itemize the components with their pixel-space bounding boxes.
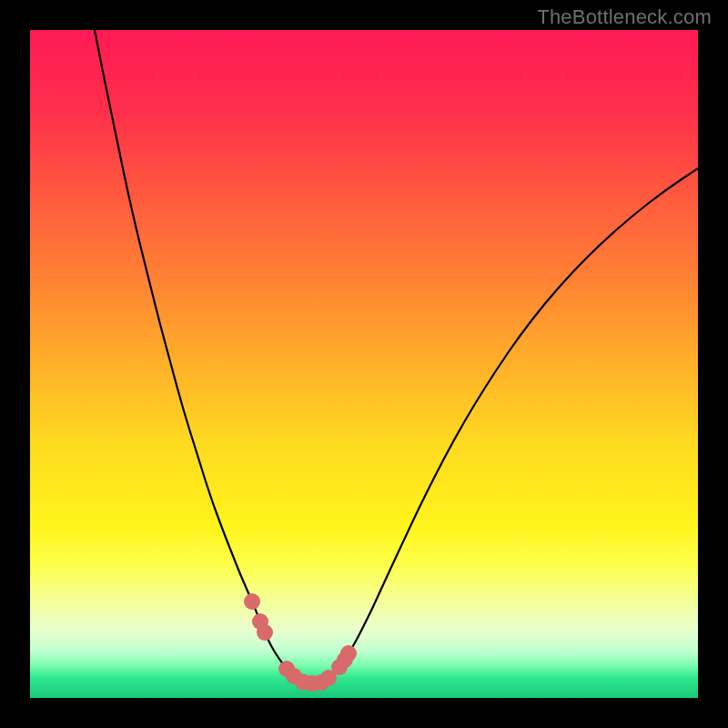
chart-svg xyxy=(30,30,698,698)
chart-background-gradient xyxy=(30,30,698,698)
chart-frame: TheBottleneck.com xyxy=(0,0,728,728)
chart-plot-area xyxy=(30,30,698,698)
watermark-text: TheBottleneck.com xyxy=(537,5,712,29)
data-dot xyxy=(244,593,260,610)
data-dot xyxy=(340,645,357,662)
data-dot xyxy=(257,624,273,641)
